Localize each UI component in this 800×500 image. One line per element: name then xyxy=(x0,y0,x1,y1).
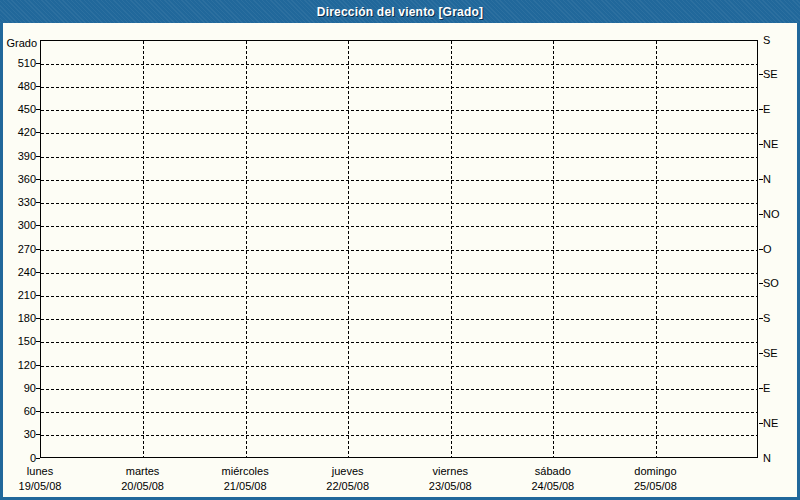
right-axis-compass-label: O xyxy=(763,243,772,256)
y-axis-tick xyxy=(36,179,40,180)
x-gridline xyxy=(246,41,247,457)
y-axis-tick xyxy=(36,272,40,273)
right-axis-compass-label: S xyxy=(763,34,770,47)
x-axis-day-label: jueves22/05/08 xyxy=(293,464,403,494)
y-gridline xyxy=(41,319,757,320)
y-axis-tick-label: 360 xyxy=(0,173,36,186)
right-axis-compass-label: E xyxy=(763,382,770,395)
y-axis-tick xyxy=(36,86,40,87)
y-gridline xyxy=(41,64,757,65)
x-axis-day-name: lunes xyxy=(0,464,95,479)
x-axis-day-name: domingo xyxy=(600,464,710,479)
x-axis-day-date: 21/05/08 xyxy=(190,479,300,494)
y-gridline xyxy=(41,273,757,274)
right-axis-compass-label: SE xyxy=(763,68,778,81)
y-axis-tick-label: 420 xyxy=(0,126,36,139)
x-gridline xyxy=(553,41,554,457)
y-axis-tick xyxy=(36,434,40,435)
y-axis-tick xyxy=(36,156,40,157)
y-axis-tick-label: 180 xyxy=(0,312,36,325)
y-axis-tick-label: 330 xyxy=(0,196,36,209)
y-axis-tick xyxy=(36,411,40,412)
x-axis-day-label: lunes19/05/08 xyxy=(0,464,95,494)
y-axis-tick-label: 450 xyxy=(0,103,36,116)
y-gridline xyxy=(41,389,757,390)
y-gridline xyxy=(41,157,757,158)
y-axis-tick xyxy=(36,109,40,110)
y-gridline xyxy=(41,133,757,134)
x-gridline xyxy=(348,41,349,457)
wind-direction-chart-window: Dirección del viento [Grado] 03060901201… xyxy=(0,0,800,500)
y-axis-tick xyxy=(36,63,40,64)
y-gridline xyxy=(41,412,757,413)
y-axis-tick-label: 510 xyxy=(0,57,36,70)
x-axis-day-date: 23/05/08 xyxy=(395,479,505,494)
x-axis-day-label: sábado24/05/08 xyxy=(498,464,608,494)
right-axis-compass-label: N xyxy=(763,173,771,186)
y-axis-tick xyxy=(36,202,40,203)
y-axis-tick-label: 0 xyxy=(0,452,36,465)
x-axis-day-name: viernes xyxy=(395,464,505,479)
y-axis-tick-label: 120 xyxy=(0,359,36,372)
y-axis-tick-label: 60 xyxy=(0,405,36,418)
y-gridline xyxy=(41,203,757,204)
right-axis-compass-label: NO xyxy=(763,208,780,221)
y-gridline xyxy=(41,180,757,181)
right-axis-compass-label: NE xyxy=(763,417,778,430)
x-axis-day-name: miércoles xyxy=(190,464,300,479)
y-axis-tick-label: 210 xyxy=(0,289,36,302)
y-axis-tick xyxy=(36,365,40,366)
x-axis-day-name: martes xyxy=(88,464,198,479)
y-gridline xyxy=(41,296,757,297)
x-axis-day-date: 25/05/08 xyxy=(600,479,710,494)
x-axis-day-date: 19/05/08 xyxy=(0,479,95,494)
x-axis-day-label: miércoles21/05/08 xyxy=(190,464,300,494)
y-gridline xyxy=(41,342,757,343)
y-gridline xyxy=(41,250,757,251)
x-axis-day-label: martes20/05/08 xyxy=(88,464,198,494)
y-axis-tick-label: 240 xyxy=(0,266,36,279)
x-gridline xyxy=(451,41,452,457)
x-axis-day-date: 20/05/08 xyxy=(88,479,198,494)
y-axis-tick-label: 390 xyxy=(0,150,36,163)
x-axis-day-date: 22/05/08 xyxy=(293,479,403,494)
y-gridline xyxy=(41,435,757,436)
right-axis-compass-label: N xyxy=(763,452,771,465)
y-axis-title: Grado xyxy=(0,37,37,50)
right-axis-compass-label: E xyxy=(763,103,770,116)
right-axis-compass-label: NE xyxy=(763,138,778,151)
x-axis-day-date: 24/05/08 xyxy=(498,479,608,494)
y-axis-tick-label: 90 xyxy=(0,382,36,395)
y-gridline xyxy=(41,226,757,227)
y-axis-tick-label: 270 xyxy=(0,243,36,256)
y-gridline xyxy=(41,87,757,88)
y-axis-tick xyxy=(36,225,40,226)
y-axis-tick xyxy=(36,458,40,459)
window-title: Dirección del viento [Grado] xyxy=(317,5,483,19)
y-axis-tick-label: 300 xyxy=(0,219,36,232)
x-gridline xyxy=(143,41,144,457)
right-axis-compass-label: SO xyxy=(763,277,779,290)
title-bar: Dirección del viento [Grado] xyxy=(0,0,800,23)
right-axis-compass-label: S xyxy=(763,312,770,325)
y-axis-tick xyxy=(36,388,40,389)
y-axis-tick xyxy=(36,295,40,296)
y-axis-tick xyxy=(36,318,40,319)
x-axis-day-name: jueves xyxy=(293,464,403,479)
y-gridline xyxy=(41,366,757,367)
y-axis-tick xyxy=(36,341,40,342)
y-gridline xyxy=(41,110,757,111)
right-axis-compass-label: SE xyxy=(763,347,778,360)
x-axis-day-label: viernes23/05/08 xyxy=(395,464,505,494)
y-axis-tick-label: 150 xyxy=(0,335,36,348)
y-axis-tick xyxy=(36,249,40,250)
y-axis-tick xyxy=(36,132,40,133)
x-axis-day-name: sábado xyxy=(498,464,608,479)
y-axis-tick-label: 30 xyxy=(0,428,36,441)
plot-area xyxy=(40,40,758,458)
y-axis-tick-label: 480 xyxy=(0,80,36,93)
x-gridline xyxy=(656,41,657,457)
x-axis-day-label: domingo25/05/08 xyxy=(600,464,710,494)
